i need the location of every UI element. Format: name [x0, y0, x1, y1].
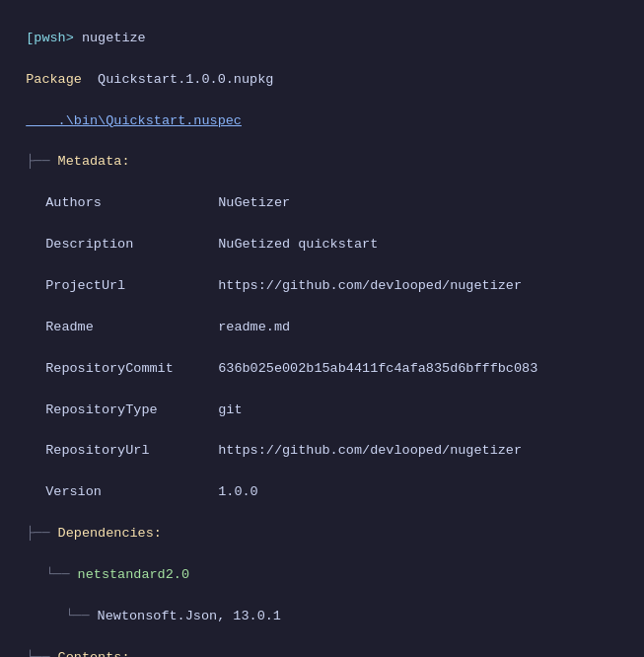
readme-key: Readme: [45, 318, 218, 338]
projecturl-key: ProjectUrl: [45, 276, 218, 297]
dependencies-label: Dependencies:: [58, 526, 162, 541]
dep-package-line: └── Newtonsoft.Json, 13.0.1: [10, 586, 634, 627]
repositoryurl-value: https://github.com/devlooped/nugetizer: [218, 443, 522, 458]
dep-framework: netstandard2.0: [78, 567, 189, 582]
version-value: 1.0.0: [218, 484, 258, 499]
package-line: Package Quickstart.1.0.0.nupkg: [10, 49, 634, 91]
prompt-bracket: [pwsh>: [26, 31, 74, 45]
package-name: Quickstart.1.0.0.nupkg: [82, 72, 273, 87]
prompt-line: [pwsh> nugetize: [10, 8, 634, 49]
description-value: NuGetized quickstart: [218, 237, 378, 252]
version-key: Version: [45, 482, 218, 503]
projecturl-value: https://github.com/devlooped/nugetizer: [218, 278, 522, 293]
package-label: Package: [26, 72, 82, 87]
contents-section-line: └── Contents:: [10, 627, 634, 657]
repositorytype-value: git: [218, 402, 242, 417]
authors-value: NuGetizer: [218, 195, 290, 210]
field-projecturl: ProjectUrlhttps://github.com/devlooped/n…: [10, 256, 634, 297]
field-readme: Readmereadme.md: [10, 297, 634, 338]
authors-key: Authors: [45, 193, 218, 214]
tree-connector-dep1: └──: [45, 567, 77, 582]
metadata-section-line: ├── Metadata:: [10, 132, 634, 174]
tree-connector-contents: └──: [26, 650, 57, 657]
nuspec-path[interactable]: .\bin\Quickstart.nuspec: [26, 113, 242, 128]
field-authors: AuthorsNuGetizer: [10, 173, 634, 214]
dep-framework-line: └── netstandard2.0: [10, 545, 634, 586]
dependencies-section-line: ├── Dependencies:: [10, 503, 634, 545]
tree-connector-dep2: └──: [65, 609, 97, 623]
prompt-cmd: nugetize: [74, 31, 146, 45]
nuspec-line: .\bin\Quickstart.nuspec: [10, 91, 634, 132]
repositorycommit-key: RepositoryCommit: [45, 359, 218, 380]
description-key: Description: [45, 235, 218, 256]
repositoryurl-key: RepositoryUrl: [45, 441, 218, 462]
readme-value: readme.md: [218, 320, 290, 334]
dep-package: Newtonsoft.Json, 13.0.1: [98, 609, 281, 623]
contents-label: Contents:: [58, 650, 130, 657]
field-repositorycommit: RepositoryCommit636b025e002b15ab4411fc4a…: [10, 338, 634, 380]
field-repositorytype: RepositoryTypegit: [10, 380, 634, 421]
field-repositoryurl: RepositoryUrlhttps://github.com/devloope…: [10, 420, 634, 462]
repositorycommit-value: 636b025e002b15ab4411fc4afa835d6bfffbc083: [218, 361, 537, 376]
tree-connector-deps: ├──: [26, 526, 57, 541]
metadata-label: Metadata:: [58, 154, 130, 169]
tree-connector-meta: ├──: [26, 154, 57, 169]
field-version: Version1.0.0: [10, 462, 634, 503]
repositorytype-key: RepositoryType: [45, 401, 218, 421]
field-description: DescriptionNuGetized quickstart: [10, 214, 634, 256]
